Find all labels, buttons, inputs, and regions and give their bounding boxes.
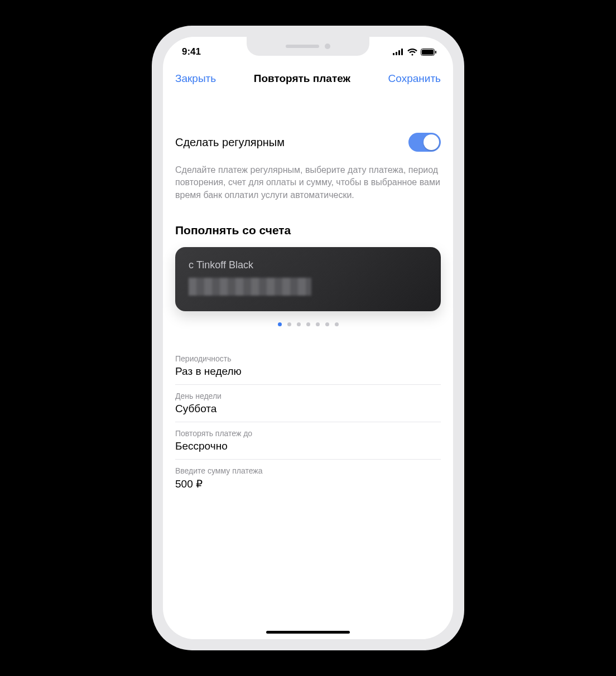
status-time: 9:41 — [182, 46, 201, 57]
account-card-title: с Tinkoff Black — [189, 259, 427, 271]
home-indicator[interactable] — [266, 631, 350, 634]
recurring-toggle-label: Сделать регулярным — [175, 136, 285, 149]
card-pager-dots[interactable] — [175, 322, 441, 326]
page-title: Повторять платеж — [254, 73, 350, 85]
close-button[interactable]: Закрыть — [175, 73, 216, 85]
pager-dot[interactable] — [325, 322, 329, 326]
status-indicators — [393, 49, 436, 56]
field-value: Раз в неделю — [175, 365, 441, 378]
save-button[interactable]: Сохранить — [388, 73, 441, 85]
form-field[interactable]: День неделиСуббота — [175, 385, 441, 422]
account-section-title: Пополнять со счета — [175, 224, 441, 237]
svg-rect-3 — [401, 49, 403, 55]
battery-icon — [421, 49, 436, 56]
nav-bar: Закрыть Повторять платеж Сохранить — [163, 67, 453, 93]
field-value: Суббота — [175, 403, 441, 415]
cellular-icon — [393, 49, 404, 55]
wifi-icon — [407, 49, 417, 56]
pager-dot[interactable] — [335, 322, 339, 326]
field-label: Введите сумму платежа — [175, 466, 441, 475]
form-field[interactable]: ПериодичностьРаз в неделю — [175, 347, 441, 385]
account-card-masked-value — [189, 278, 311, 296]
pager-dot[interactable] — [316, 322, 320, 326]
form-field[interactable]: Введите сумму платежа500 ₽ — [175, 460, 441, 497]
front-camera — [325, 44, 330, 49]
svg-rect-6 — [435, 51, 436, 54]
recurring-toggle-row: Сделать регулярным — [175, 133, 441, 152]
field-value: Бессрочно — [175, 440, 441, 452]
account-card[interactable]: с Tinkoff Black — [175, 247, 441, 311]
field-label: Периодичность — [175, 354, 441, 363]
content: Сделать регулярным Сделайте платеж регул… — [163, 133, 453, 497]
description-text: Сделайте платеж регулярным, выберите дат… — [175, 164, 441, 201]
svg-rect-0 — [393, 53, 394, 55]
notch — [247, 37, 369, 56]
svg-rect-1 — [396, 52, 397, 55]
phone-screen: 9:41 Закрыть Повторять платеж Сохранить … — [163, 37, 453, 639]
recurring-toggle[interactable] — [408, 133, 441, 152]
fields-list: ПериодичностьРаз в неделюДень неделиСубб… — [175, 347, 441, 497]
form-field[interactable]: Повторять платеж доБессрочно — [175, 422, 441, 460]
svg-rect-2 — [398, 50, 400, 55]
field-value: 500 ₽ — [175, 477, 441, 490]
svg-rect-5 — [422, 50, 434, 55]
field-label: День недели — [175, 392, 441, 400]
pager-dot[interactable] — [297, 322, 301, 326]
pager-dot[interactable] — [287, 322, 291, 326]
phone-frame: 9:41 Закрыть Повторять платеж Сохранить … — [152, 26, 464, 650]
pager-dot[interactable] — [306, 322, 310, 326]
speaker-slot — [286, 45, 319, 48]
field-label: Повторять платеж до — [175, 429, 441, 438]
pager-dot[interactable] — [278, 322, 282, 326]
